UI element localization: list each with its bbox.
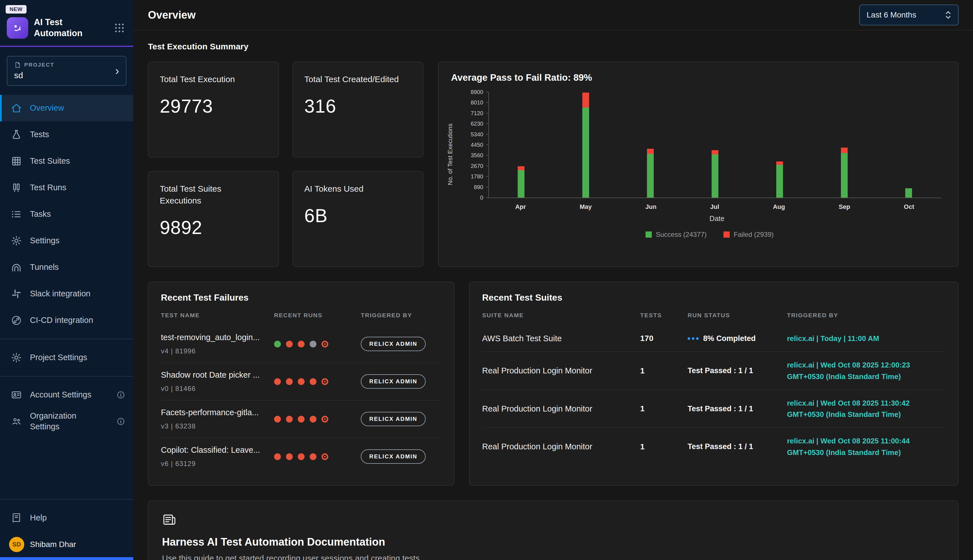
test-name: Shadow root Date picker ... <box>161 370 270 380</box>
info-icon[interactable] <box>116 390 125 399</box>
apps-grid-icon[interactable] <box>113 22 125 34</box>
test-meta: v4 | 81996 <box>161 347 270 355</box>
main-content: Overview Last 6 Months Test Execution Su… <box>133 0 973 560</box>
id-card-icon <box>11 389 22 400</box>
suite-row[interactable]: Real Production Login Monitor 1 Test Pas… <box>482 352 946 390</box>
chart-title: Average Pass to Fail Ratio: 89% <box>451 72 946 83</box>
time-range-value: Last 6 Months <box>866 10 916 20</box>
run-status-dot-red <box>310 416 317 423</box>
sidebar-scrollbar[interactable] <box>0 557 133 560</box>
chart-y-axis-label: No. of Test Executions <box>447 123 454 185</box>
chevron-right-icon: › <box>115 65 119 77</box>
stat-label: Total Test Created/Edited <box>304 73 412 85</box>
test-meta: v6 | 63129 <box>161 460 270 468</box>
sidebar-item-overview[interactable]: Overview <box>0 95 133 122</box>
documentation-card: Harness AI Test Automation Documentation… <box>148 500 959 560</box>
sidebar-item-help[interactable]: Help <box>0 505 133 531</box>
run-status-dot-red <box>286 453 293 460</box>
sidebar-item-tunnels[interactable]: Tunnels <box>0 254 133 280</box>
page-title: Overview <box>148 9 196 21</box>
col-test-name: TEST NAME <box>161 312 270 319</box>
info-icon[interactable] <box>116 417 125 426</box>
time-range-select[interactable]: Last 6 Months <box>859 5 959 25</box>
run-status-dot-ring <box>322 416 328 423</box>
project-selector[interactable]: PROJECT sd › <box>7 56 127 86</box>
sidebar-item-tests[interactable]: Tests <box>0 122 133 148</box>
nav-label: Slack integration <box>30 288 90 299</box>
run-status-dot-red <box>298 416 305 423</box>
run-status-dot-red <box>298 378 305 385</box>
suite-row[interactable]: AWS Batch Test Suite 170 8% Completed re… <box>482 325 946 352</box>
gear-icon <box>11 235 22 247</box>
triggered-by-text: relicx.ai | Wed Oct 08 2025 11:00:44 GMT… <box>787 435 946 458</box>
docs-description: Use this guide to get started recording … <box>162 554 945 560</box>
sidebar-item-test-suites[interactable]: Test Suites <box>0 148 133 175</box>
sidebar-nav: Overview Tests Test Suites Test Runs <box>0 95 133 333</box>
failure-row[interactable]: Shadow root Date picker ... v0 | 81466 R… <box>161 363 442 400</box>
nav-label: Tasks <box>30 209 51 220</box>
stat-card-total-test-created: Total Test Created/Edited 316 <box>292 62 423 158</box>
sidebar-item-project-settings[interactable]: Project Settings <box>0 344 133 371</box>
book-icon <box>11 512 22 523</box>
chart-plot: 0890178026703560445053406230712080108900 <box>488 92 941 198</box>
sidebar-bottom: Help SD Shibam Dhar <box>0 494 133 560</box>
pass-fail-chart-card: Average Pass to Fail Ratio: 89% No. of T… <box>438 62 959 267</box>
col-triggered-by: TRIGGERED BY <box>361 312 442 319</box>
test-meta: v0 | 81466 <box>161 385 270 393</box>
stat-label: AI Tokens Used <box>304 183 412 195</box>
sidebar-item-cicd-integration[interactable]: CI-CD integration <box>0 307 133 333</box>
run-status-dot-red <box>310 378 317 385</box>
user-name: Shibam Dhar <box>30 540 76 549</box>
suite-row[interactable]: Real Production Login Monitor 1 Test Pas… <box>482 390 946 428</box>
failures-title: Recent Test Failures <box>161 292 442 303</box>
columns-icon <box>11 182 22 193</box>
failure-row[interactable]: Facets-performance-gitla... v3 | 63238 R… <box>161 400 442 438</box>
nav-label: Test Suites <box>30 156 70 167</box>
nav-label: Tunnels <box>30 262 59 273</box>
triggered-by-button[interactable]: RELICX ADMIN <box>361 374 426 389</box>
suite-name: AWS Batch Test Suite <box>482 334 636 343</box>
sidebar-item-test-runs[interactable]: Test Runs <box>0 175 133 201</box>
sidebar-item-settings[interactable]: Settings <box>0 228 133 254</box>
avatar: SD <box>9 537 24 552</box>
nav-label: Organization Settings <box>30 411 97 432</box>
suite-tests: 1 <box>640 367 683 375</box>
run-status-dot-ring <box>322 453 328 460</box>
triggered-by-button[interactable]: RELICX ADMIN <box>361 449 426 464</box>
triggered-by-button[interactable]: RELICX ADMIN <box>361 412 426 426</box>
suites-table-header: SUITE NAME TESTS RUN STATUS TRIGGERED BY <box>482 312 946 325</box>
triggered-by-button[interactable]: RELICX ADMIN <box>361 337 426 351</box>
failure-row[interactable]: test-removing_auto_login... v4 | 81996 R… <box>161 325 442 363</box>
tunnel-icon <box>11 262 22 273</box>
run-status-dot-red <box>286 416 293 423</box>
stat-label: Total Test Execution <box>160 73 267 85</box>
sidebar-item-organization-settings[interactable]: Organization Settings <box>0 408 133 435</box>
run-status-dot-ring <box>322 341 328 347</box>
run-status-dot-gray <box>310 341 317 347</box>
recent-runs-dots <box>274 378 357 385</box>
chart-y-axis: 0890178026703560445053406230712080108900 <box>454 92 489 198</box>
nav-label: Help <box>30 513 47 523</box>
suite-row[interactable]: Real Production Login Monitor 1 Test Pas… <box>482 428 946 465</box>
stat-value: 316 <box>304 95 412 117</box>
suite-name: Real Production Login Monitor <box>482 366 636 375</box>
app-title: AI Test Automation <box>34 17 89 39</box>
sidebar-item-tasks[interactable]: Tasks <box>0 201 133 228</box>
stat-card-total-test-execution: Total Test Execution 29773 <box>148 62 279 158</box>
col-tests: TESTS <box>640 312 683 319</box>
run-status-dot-red <box>298 453 305 460</box>
run-status-dot-red <box>286 378 293 385</box>
test-name: test-removing_auto_login... <box>161 333 270 342</box>
news-doc-icon <box>162 512 177 527</box>
sidebar-item-account-settings[interactable]: Account Settings <box>0 382 133 408</box>
stat-value: 29773 <box>160 95 267 117</box>
failure-row[interactable]: Copilot: Classified: Leave... v6 | 63129… <box>161 438 442 475</box>
project-value: sd <box>14 70 55 80</box>
run-status: Test Passed : 1 / 1 <box>688 405 753 413</box>
nav-label: Project Settings <box>30 352 87 363</box>
chart-x-axis-label: Date <box>488 215 946 223</box>
user-menu[interactable]: SD Shibam Dhar <box>0 531 133 560</box>
section-title: Test Execution Summary <box>148 42 959 52</box>
sidebar-item-slack-integration[interactable]: Slack integration <box>0 280 133 307</box>
run-status: Test Passed : 1 / 1 <box>688 367 753 375</box>
